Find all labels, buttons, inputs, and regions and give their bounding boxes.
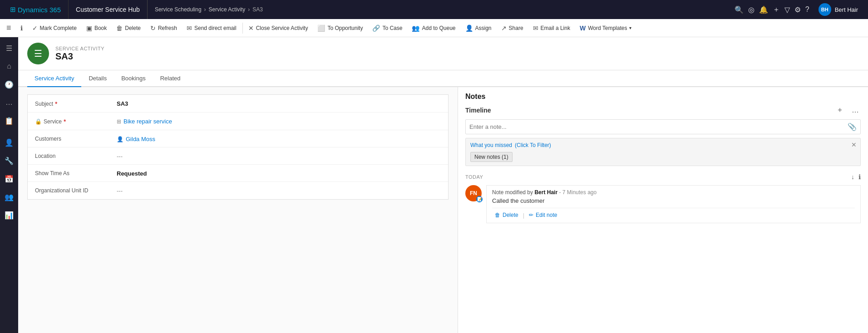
app-name[interactable]: Customer Service Hub — [69, 0, 148, 19]
tab-related[interactable]: Related — [153, 70, 188, 87]
search-icon[interactable]: 🔍 — [735, 5, 744, 14]
record-type-label: SERVICE ACTIVITY — [55, 46, 104, 51]
to-opportunity-button[interactable]: ⬜ To Opportunity — [313, 19, 368, 37]
tasks-icon[interactable]: ◎ — [748, 5, 755, 14]
timeline-delete-button[interactable]: 🗑 Delete — [492, 211, 521, 219]
timeline-more-button[interactable]: … — [850, 105, 861, 115]
field-subject: Subject * SA3 — [28, 95, 448, 113]
value-location[interactable]: --- — [117, 152, 441, 160]
check-icon: ✓ — [32, 24, 38, 32]
sidebar-item-calendar[interactable]: 📅 — [1, 171, 17, 187]
notes-title: Notes — [458, 87, 868, 103]
book-button[interactable]: ▣ Book — [82, 19, 112, 37]
value-org-unit-id[interactable]: --- — [117, 186, 441, 194]
send-direct-email-button[interactable]: ✉ Send direct email — [182, 19, 242, 37]
delete-button[interactable]: 🗑 Delete — [112, 19, 146, 37]
new-record-icon[interactable]: ＋ — [773, 5, 780, 15]
tab-bookings[interactable]: Bookings — [114, 70, 153, 87]
sidebar-item-activities[interactable]: 🔧 — [1, 152, 17, 169]
tab-details[interactable]: Details — [81, 70, 114, 87]
sidebar-item-menu[interactable]: ☰ — [1, 40, 17, 56]
nav-icons: 🔍 ◎ 🔔 ＋ ▽ ⚙ ? — [731, 5, 813, 15]
timeline-add-button[interactable]: ＋ — [834, 104, 845, 116]
share-icon: ↗ — [501, 24, 507, 32]
value-show-time-as[interactable]: Requested — [117, 169, 441, 177]
word-templates-button[interactable]: W Word Templates ▾ — [575, 19, 636, 37]
close-icon: ✕ — [248, 24, 254, 32]
form-panel: Subject * SA3 🔒 Service * ⊞ — [18, 87, 458, 333]
sidebar-item-recent[interactable]: 🕐 — [1, 76, 17, 93]
breadcrumb-current: SA3 — [252, 6, 263, 13]
email-a-link-label: Email a Link — [541, 25, 570, 31]
add-to-queue-button[interactable]: 👥 Add to Queue — [407, 19, 460, 37]
refresh-button[interactable]: ↻ Refresh — [146, 19, 182, 37]
field-service: 🔒 Service * ⊞ Bike repair service — [28, 113, 448, 130]
attach-icon[interactable]: 📎 — [848, 122, 857, 131]
sidebar-item-home[interactable]: ⌂ — [1, 58, 17, 74]
tab-service-activity[interactable]: Service Activity — [27, 70, 81, 87]
command-bar: ≡ ℹ ✓ Mark Complete ▣ Book 🗑 Delete ↻ Re… — [0, 19, 868, 37]
filter-icon[interactable]: ▽ — [784, 5, 790, 14]
timeline-author: Bert Hair — [534, 189, 557, 196]
assign-label: Assign — [475, 25, 492, 31]
sidebar-toggle[interactable]: ≡ — [2, 23, 16, 33]
timeline-item: FN 📝 Note modified by Bert Hair - 7 Minu… — [465, 185, 861, 223]
to-case-label: To Case — [382, 25, 402, 31]
value-subject[interactable]: SA3 — [117, 99, 441, 107]
to-case-button[interactable]: 🔗 To Case — [368, 19, 407, 37]
form-section-main: Subject * SA3 🔒 Service * ⊞ — [27, 94, 449, 200]
brand-logo[interactable]: ⊞ Dynamics 365 — [5, 0, 69, 19]
left-sidebar: ☰ ⌂ 🕐 … 📋 👤 🔧 📅 👥 📊 — [0, 37, 18, 333]
sidebar-item-teams[interactable]: 👥 — [1, 189, 17, 205]
mark-complete-button[interactable]: ✓ Mark Complete — [28, 19, 82, 37]
action-separator: | — [521, 212, 526, 219]
top-navigation: ⊞ Dynamics 365 Customer Service Hub Serv… — [0, 0, 868, 19]
missed-close-button[interactable]: ✕ — [851, 141, 857, 148]
sidebar-item-reports[interactable]: 📊 — [1, 207, 17, 223]
send-direct-email-label: Send direct email — [194, 25, 237, 31]
missed-banner: What you missed (Click To Filter) ✕ New … — [465, 138, 861, 166]
timeline-header-actions: ＋ … — [834, 104, 861, 116]
sidebar-item-knowledge[interactable]: 📋 — [1, 113, 17, 129]
note-input-area[interactable]: 📎 — [465, 119, 861, 134]
customer-lookup-icon: 👤 — [117, 136, 123, 142]
dropdown-arrow-icon: ▾ — [629, 25, 631, 30]
label-customers: Customers — [35, 135, 117, 142]
content-area: ☰ SERVICE ACTIVITY SA3 Service Activity … — [18, 37, 868, 333]
note-input[interactable] — [469, 123, 848, 130]
timeline-meta: Note modified by Bert Hair - 7 Minutes a… — [492, 189, 855, 196]
notifications-icon[interactable]: 🔔 — [759, 5, 768, 14]
timeline-info-icon[interactable]: ℹ — [858, 173, 861, 181]
close-service-activity-label: Close Service Activity — [256, 25, 308, 31]
record-title-area: SERVICE ACTIVITY SA3 — [55, 46, 104, 62]
timeline-text: Called the customer — [492, 197, 855, 204]
new-notes-badge[interactable]: New notes (1) — [470, 152, 513, 162]
timeline-label: Timeline — [465, 107, 491, 114]
assign-button[interactable]: 👤 Assign — [461, 19, 497, 37]
record-icon-label: ☰ — [34, 48, 42, 59]
toolbar-info[interactable]: ℹ — [16, 19, 28, 37]
info-icon: ℹ — [20, 24, 23, 32]
required-indicator: * — [55, 100, 57, 108]
missed-title: What you missed (Click To Filter) — [470, 142, 856, 148]
sidebar-item-more[interactable]: … — [1, 94, 17, 111]
user-menu[interactable]: BH Bert Hair — [813, 3, 863, 16]
breadcrumb-service-scheduling[interactable]: Service Scheduling — [155, 6, 202, 13]
help-icon[interactable]: ? — [805, 5, 809, 14]
email-a-link-button[interactable]: ✉ Email a Link — [528, 19, 575, 37]
value-service[interactable]: ⊞ Bike repair service — [117, 117, 441, 125]
share-button[interactable]: ↗ Share — [497, 19, 528, 37]
timeline-edit-note-button[interactable]: ✏ Edit note — [526, 211, 560, 219]
settings-icon[interactable]: ⚙ — [794, 5, 801, 14]
to-opportunity-label: To Opportunity — [327, 25, 363, 31]
close-service-activity-button[interactable]: ✕ Close Service Activity — [244, 19, 313, 37]
timeline-sort-icon[interactable]: ↓ — [851, 173, 855, 181]
timeline-time-label: 7 Minutes ago — [562, 189, 597, 196]
missed-filter-link[interactable]: (Click To Filter) — [515, 142, 551, 148]
breadcrumb-service-activity[interactable]: Service Activity — [209, 6, 246, 13]
required-indicator-service: * — [64, 118, 66, 125]
field-show-time-as: Show Time As Requested — [28, 165, 448, 182]
timeline-date-icons: ↓ ℹ — [851, 173, 861, 181]
sidebar-item-contacts[interactable]: 👤 — [1, 134, 17, 151]
value-customers[interactable]: 👤 Gilda Moss — [117, 135, 441, 142]
